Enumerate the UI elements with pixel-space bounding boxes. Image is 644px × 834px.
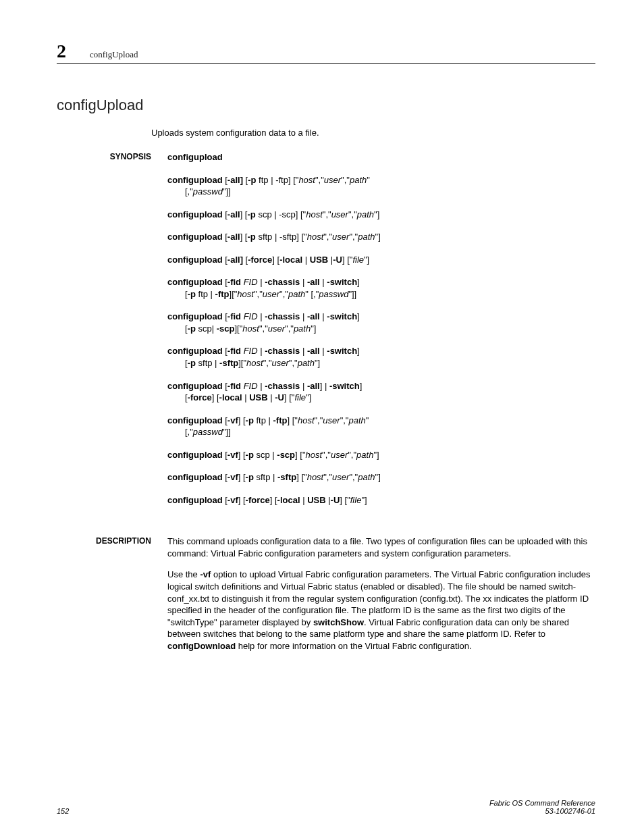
synopsis-entry: configupload [-vf] [-p ftp | -ftp] ["hos… [167,415,595,438]
synopsis-entry: configupload [-all] [-p ftp | -ftp] ["ho… [167,174,595,198]
document-page: 2 configUpload configUpload Uploads syst… [0,0,644,834]
synopsis-entry: configupload [-vf] [-p scp | -scp] ["hos… [167,449,595,461]
synopsis-body: configupload configupload [-all] [-p ftp… [167,151,595,517]
synopsis-entry: configupload [-fid FID | -chassis | -all… [167,311,595,334]
page-number: 152 [57,807,69,815]
footer-doc-title: Fabric OS Command Reference [489,799,595,807]
footer-doc-id: 53-1002746-01 [489,807,595,815]
synopsis-label: SYNOPSIS [57,151,167,161]
synopsis-entry: configupload [167,151,595,163]
synopsis-entry: configupload [-all] [-p sftp | -sftp] ["… [167,231,595,243]
page-footer: 152 Fabric OS Command Reference 53-10027… [57,799,595,815]
chapter-number-text: 2 [57,41,66,61]
description-label: DESCRIPTION [57,536,167,546]
synopsis-entry: configupload [-all] [-force] [-local | U… [167,254,595,266]
synopsis-entry: configupload [-vf] [-p sftp | -sftp] ["h… [167,471,595,484]
description-paragraph: Use the -vf option to upload Virtual Fab… [167,569,595,652]
synopsis-section: SYNOPSIS configupload configupload [-all… [57,151,595,517]
synopsis-entry: configupload [-fid FID | -chassis | -all… [167,276,595,300]
chapter-number: 2 configUpload [57,41,595,64]
synopsis-entry: configupload [-all] [-p scp | -scp] ["ho… [167,209,595,221]
synopsis-entry: configupload [-fid FID | -chassis | -all… [167,345,595,369]
description-section: DESCRIPTION This command uploads configu… [57,536,595,661]
synopsis-entry: configupload [-fid FID | -chassis | -all… [167,380,595,404]
running-header: 2 configUpload [57,41,595,64]
synopsis-entry: configupload [-vf] [-force] [-local | US… [167,494,595,506]
command-title: configUpload [57,97,595,114]
summary-text: Uploads system configuration data to a f… [151,128,595,138]
footer-doc-info: Fabric OS Command Reference 53-1002746-0… [489,799,595,815]
description-paragraph: This command uploads configuration data … [167,536,595,559]
description-body: This command uploads configuration data … [167,536,595,661]
header-command: configUpload [90,49,138,59]
